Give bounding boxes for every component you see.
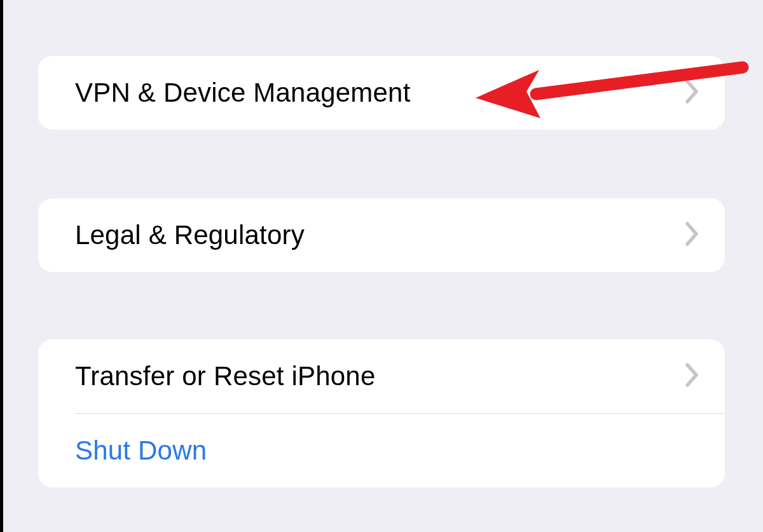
row-shut-down[interactable]: Shut Down [38, 414, 725, 488]
row-vpn-device-management[interactable]: VPN & Device Management [38, 56, 725, 130]
chevron-right-icon [685, 79, 699, 106]
chevron-right-icon [685, 363, 699, 390]
row-label: Legal & Regulatory [75, 220, 305, 250]
settings-section-reset: Transfer or Reset iPhone Shut Down [38, 339, 725, 488]
settings-list: VPN & Device Management Legal & Regulato… [0, 56, 763, 488]
settings-section-vpn: VPN & Device Management [38, 56, 725, 130]
chevron-right-icon [685, 222, 699, 249]
row-legal-regulatory[interactable]: Legal & Regulatory [38, 198, 725, 272]
row-label: Transfer or Reset iPhone [75, 361, 375, 392]
settings-section-legal: Legal & Regulatory [38, 198, 725, 272]
row-transfer-reset[interactable]: Transfer or Reset iPhone [38, 339, 725, 413]
row-label: VPN & Device Management [75, 78, 411, 108]
row-label: Shut Down [75, 435, 207, 466]
